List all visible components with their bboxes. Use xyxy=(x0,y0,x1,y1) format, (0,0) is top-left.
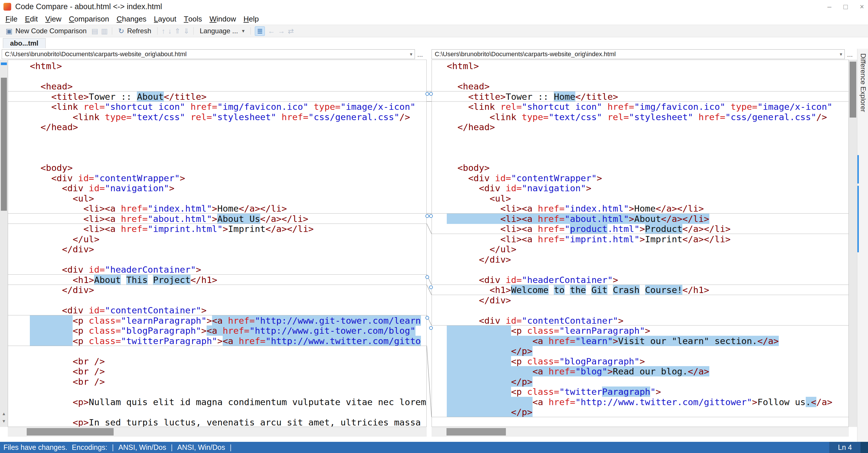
code-line[interactable]: <p>Nullam quis elit id magna condimentum… xyxy=(30,397,426,408)
code-line[interactable] xyxy=(30,387,426,397)
code-line[interactable]: <li><a href="index.html">Home</a></li> xyxy=(30,203,426,214)
menu-item-changes[interactable]: Changes xyxy=(113,13,150,25)
code-line[interactable]: </div> xyxy=(30,244,426,255)
code-line[interactable]: </div> xyxy=(447,295,848,305)
chevron-down-icon[interactable]: ▾ xyxy=(410,51,412,57)
code-line[interactable]: <h1>Welcome to the Git Crash Course!</h1… xyxy=(447,285,848,295)
code-line[interactable]: <p class="learnParagraph"><a href="http:… xyxy=(30,316,426,326)
code-line[interactable]: <p class="twitterParagraph"> xyxy=(447,387,848,397)
scroll-up-icon[interactable]: ▲ xyxy=(2,411,6,416)
code-line[interactable] xyxy=(447,265,848,275)
code-line[interactable]: </div> xyxy=(447,255,848,265)
code-line[interactable]: </ul> xyxy=(447,244,848,255)
code-line[interactable] xyxy=(30,255,426,265)
code-line[interactable]: <p class="blogParagraph"> xyxy=(447,356,848,367)
menu-item-window[interactable]: Window xyxy=(206,13,240,25)
code-line[interactable] xyxy=(30,142,426,153)
code-line[interactable]: <a href="http://www.twitter.com/gittower… xyxy=(447,397,848,408)
code-line[interactable] xyxy=(30,407,426,417)
left-browse-button[interactable]: ... xyxy=(417,51,423,59)
save-all-icon[interactable]: ▥ xyxy=(101,27,108,35)
code-line[interactable]: <br /> xyxy=(30,366,426,377)
arrow-up-icon[interactable]: ↑ xyxy=(161,27,165,35)
code-editor-right[interactable]: <html> <head> <title>Tower :: Home</titl… xyxy=(432,60,848,427)
code-line[interactable]: </p> xyxy=(447,377,848,387)
code-line[interactable] xyxy=(30,153,426,163)
menu-item-edit[interactable]: Edit xyxy=(21,13,41,25)
code-line[interactable]: </p> xyxy=(447,407,848,417)
right-horizontal-scrollbar[interactable] xyxy=(432,427,849,436)
left-vertical-scrollbar-thumb[interactable] xyxy=(1,78,7,211)
code-line[interactable]: <p class="blogParagraph"><a href="http:/… xyxy=(30,326,426,336)
right-browse-button[interactable]: ... xyxy=(847,51,853,59)
arrow-left-icon[interactable]: ← xyxy=(268,27,275,35)
code-line[interactable]: <li><a href="imprint.html">Imprint</a></… xyxy=(447,234,848,245)
code-line[interactable]: <br /> xyxy=(30,377,426,387)
code-line[interactable]: <a href="blog">Read our blog.</a> xyxy=(447,366,848,377)
code-line[interactable]: <link type="text/css" rel="stylesheet" h… xyxy=(30,112,426,122)
code-line[interactable]: <html> xyxy=(30,61,426,71)
code-line[interactable]: <ul> xyxy=(447,194,848,204)
code-line[interactable]: <li><a href="about.html">About Us</a></l… xyxy=(30,214,426,224)
left-file-path-combo[interactable]: C:\Users\brunobrito\Documents\carparts-w… xyxy=(2,49,415,59)
code-line[interactable]: <p class="learnParagraph"> xyxy=(447,326,848,336)
code-line[interactable]: <html> xyxy=(447,61,848,71)
code-line[interactable] xyxy=(30,71,426,82)
code-line[interactable]: <title>Tower :: Home</title> xyxy=(447,92,848,102)
code-line[interactable]: <h1>About This Project</h1> xyxy=(30,275,426,285)
arrow-double-down-icon[interactable]: ⇓ xyxy=(183,27,189,35)
code-line[interactable]: <li><a href="about.html">About</a></li> xyxy=(447,214,848,224)
refresh-button[interactable]: ↻Refresh xyxy=(115,26,155,36)
menu-item-file[interactable]: File xyxy=(2,13,21,25)
right-horizontal-scrollbar-thumb[interactable] xyxy=(446,428,506,435)
code-line[interactable]: <head> xyxy=(447,82,848,92)
code-line[interactable]: </head> xyxy=(447,122,848,132)
close-button[interactable]: × xyxy=(860,3,864,11)
code-line[interactable] xyxy=(447,142,848,153)
code-line[interactable] xyxy=(447,71,848,82)
code-line[interactable]: <link rel="shortcut icon" href="img/favi… xyxy=(447,102,848,112)
code-line[interactable]: </div> xyxy=(30,285,426,295)
code-line[interactable]: <link rel="shortcut icon" href="img/favi… xyxy=(30,102,426,112)
arrow-down-icon[interactable]: ↓ xyxy=(168,27,172,35)
code-line[interactable]: <div id="contentWrapper"> xyxy=(30,173,426,184)
code-line[interactable]: <body> xyxy=(447,163,848,173)
left-horizontal-scrollbar-thumb[interactable] xyxy=(27,428,114,435)
tab-about-html[interactable]: abo...tml xyxy=(3,38,45,48)
difference-explorer-tab[interactable]: Difference Explorer xyxy=(857,49,868,442)
structure-icon[interactable]: ≣ xyxy=(255,26,265,36)
code-line[interactable]: <p>In sed turpis luctus, venenatis arcu … xyxy=(30,417,426,427)
code-line[interactable]: <li><a href="product.html">Product</a></… xyxy=(447,224,848,234)
code-line[interactable]: <div id="headerContainer"> xyxy=(447,275,848,285)
code-line[interactable] xyxy=(447,417,848,427)
code-line[interactable]: </head> xyxy=(30,122,426,132)
right-file-path-combo[interactable]: C:\Users\brunobrito\Documents\carparts-w… xyxy=(432,49,845,59)
code-line[interactable]: </p> xyxy=(447,346,848,356)
code-line[interactable]: <link type="text/css" rel="stylesheet" h… xyxy=(447,112,848,122)
code-line[interactable] xyxy=(30,295,426,305)
code-line[interactable] xyxy=(30,346,426,356)
code-line[interactable]: </ul> xyxy=(30,234,426,245)
resize-grip[interactable] xyxy=(861,442,868,453)
code-line[interactable]: <div id="contentContainer"> xyxy=(30,305,426,316)
language-dropdown[interactable]: Language ...▾ xyxy=(196,26,248,36)
code-line[interactable] xyxy=(30,132,426,143)
code-line[interactable]: <a href="learn">Visit our "learn" sectio… xyxy=(447,336,848,346)
code-line[interactable]: <head> xyxy=(30,82,426,92)
code-line[interactable]: <title>Tower :: About</title> xyxy=(30,92,426,102)
menu-item-comparison[interactable]: Comparison xyxy=(65,13,113,25)
code-line[interactable]: <div id="navigation"> xyxy=(447,183,848,194)
scroll-down-icon[interactable]: ▼ xyxy=(2,419,6,423)
arrow-double-up-icon[interactable]: ⇑ xyxy=(175,27,181,35)
left-vertical-scrollbar[interactable]: ▲ ▼ xyxy=(0,60,8,427)
code-line[interactable] xyxy=(447,132,848,143)
save-icon[interactable]: ▤ xyxy=(92,27,98,35)
right-vertical-scrollbar-thumb[interactable] xyxy=(849,62,856,118)
maximize-button[interactable]: □ xyxy=(843,3,848,11)
chevron-down-icon[interactable]: ▾ xyxy=(840,51,842,57)
code-line[interactable]: <li><a href="imprint.html">Imprint</a></… xyxy=(30,224,426,234)
menu-item-layout[interactable]: Layout xyxy=(150,13,180,25)
menu-item-tools[interactable]: Tools xyxy=(180,13,206,25)
menu-item-help[interactable]: Help xyxy=(240,13,262,25)
code-line[interactable]: <br /> xyxy=(30,356,426,367)
